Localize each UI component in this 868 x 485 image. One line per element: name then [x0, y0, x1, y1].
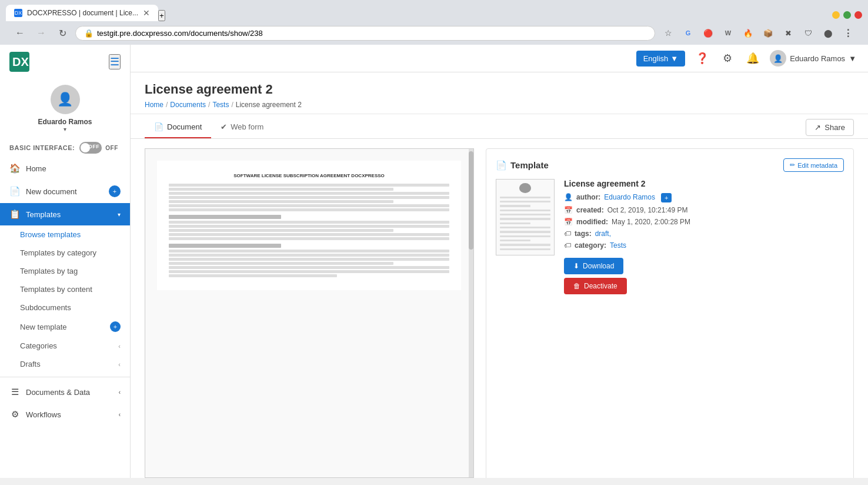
basic-interface-toggle[interactable]: OFF — [79, 142, 102, 154]
browser-chrome: DX DOCXPRESSO | document | Lice... ✕ + ←… — [0, 0, 868, 45]
edit-metadata-button[interactable]: ✏ Edit metadata — [783, 158, 844, 172]
doc-preview-title: SOFTWARE LICENSE SUBSCRIPTION AGREEMENT … — [169, 172, 449, 179]
user-avatar-small: 👤 — [770, 50, 786, 67]
address-input[interactable] — [97, 29, 646, 38]
forward-button[interactable]: → — [33, 25, 49, 41]
ext-w-button[interactable]: W — [720, 25, 736, 41]
ext-x-button[interactable]: ✖ — [780, 25, 796, 41]
ext-shield-button[interactable]: 🛡 — [800, 25, 816, 41]
follow-button[interactable]: + — [661, 193, 672, 202]
ext-g-button[interactable]: G — [680, 25, 696, 41]
doc-line — [169, 188, 393, 191]
sidebar-item-documents-data[interactable]: ☰ Documents & Data ‹ — [0, 381, 130, 403]
sidebar-subitem-new-template[interactable]: New template + — [0, 317, 130, 337]
ext-dot-button[interactable]: ⬤ — [820, 25, 836, 41]
notifications-button[interactable]: 🔔 — [743, 49, 763, 67]
new-document-label: New document — [26, 187, 77, 196]
doc-tabs-bar: 📄 Document ✔ Web form ↗ Share — [131, 117, 868, 139]
document-preview-container: SOFTWARE LICENSE SUBSCRIPTION AGREEMENT … — [145, 148, 474, 478]
toggle-off-label: OFF — [105, 145, 118, 151]
close-window-button[interactable] — [854, 11, 862, 19]
minimize-button[interactable] — [832, 11, 840, 19]
sidebar: DX ☰ 👤 Eduardo Ramos ▾ Basic Interface: … — [0, 45, 131, 478]
language-caret-icon: ▼ — [670, 54, 678, 63]
breadcrumb-tests[interactable]: Tests — [212, 101, 229, 109]
bookmark-button[interactable]: ☆ — [660, 25, 676, 41]
thumb-line — [500, 244, 550, 245]
deactivate-button[interactable]: 🗑 Deactivate — [564, 278, 627, 294]
thumb-line — [500, 240, 530, 241]
category-row: 🏷 category: Tests — [564, 241, 844, 250]
sidebar-item-workflows[interactable]: ⚙ Workflows ‹ — [0, 403, 130, 426]
main-content: License agreement 2 Home / Documents / T… — [131, 72, 868, 478]
home-icon: 🏠 — [9, 163, 20, 174]
created-value: Oct 2, 2019, 10:21:49 PM — [607, 206, 688, 214]
ext-flame-button[interactable]: 🔥 — [740, 25, 756, 41]
category-link[interactable]: Tests — [610, 241, 626, 250]
ext-circle-button[interactable]: 🔴 — [700, 25, 716, 41]
language-label: English — [643, 54, 669, 63]
template-thumbnail — [496, 179, 555, 255]
thumb-line — [500, 214, 550, 215]
new-template-badge[interactable]: + — [110, 321, 121, 332]
document-tab-icon: 📄 — [154, 122, 163, 131]
template-doc-title: License agreement 2 — [564, 179, 844, 188]
breadcrumb-sep-2: / — [208, 101, 210, 109]
page-title: License agreement 2 — [145, 82, 854, 97]
sidebar-subitem-templates-by-tag[interactable]: Templates by tag — [0, 262, 130, 280]
maximize-button[interactable] — [843, 11, 851, 19]
user-menu[interactable]: 👤 Eduardo Ramos ▼ — [770, 50, 856, 67]
tag-draft-link[interactable]: draft, — [595, 230, 611, 238]
modified-row: 📅 modified: May 1, 2020, 2:00:28 PM — [564, 218, 844, 226]
author-row: 👤 author: Eduardo Ramos + — [564, 193, 844, 202]
doc-line — [169, 184, 449, 187]
settings-button[interactable]: ⚙ — [719, 49, 736, 67]
breadcrumb-documents[interactable]: Documents — [170, 101, 206, 109]
new-tab-button[interactable]: + — [158, 10, 165, 21]
close-tab-button[interactable]: ✕ — [143, 8, 150, 18]
trash-icon: 🗑 — [573, 282, 580, 290]
logo: DX — [9, 52, 29, 72]
sidebar-subitem-categories[interactable]: Categories ‹ — [0, 337, 130, 355]
help-button[interactable]: ❓ — [692, 49, 712, 67]
sidebar-item-home[interactable]: 🏠 Home — [0, 157, 130, 180]
share-button[interactable]: ↗ Share — [806, 119, 854, 136]
thumb-person-icon — [519, 183, 531, 193]
user-caret-icon[interactable]: ▾ — [64, 126, 66, 132]
breadcrumb-home[interactable]: Home — [145, 101, 163, 109]
ext-box-button[interactable]: 📦 — [760, 25, 776, 41]
menu-button[interactable]: ⋮ — [840, 25, 856, 41]
breadcrumb-sep-1: / — [166, 101, 168, 109]
doc-line — [169, 250, 449, 253]
page-header: License agreement 2 Home / Documents / T… — [131, 72, 868, 114]
tab-document[interactable]: 📄 Document — [145, 117, 211, 138]
tab-webform[interactable]: ✔ Web form — [211, 117, 273, 138]
scrollbar-thumb[interactable] — [469, 151, 473, 250]
workflows-icon: ⚙ — [9, 409, 20, 420]
new-document-badge[interactable]: + — [109, 185, 121, 197]
sidebar-subitem-browse-templates[interactable]: Browse templates — [0, 225, 130, 244]
sidebar-item-templates[interactable]: 📋 Templates ▾ — [0, 203, 130, 225]
sidebar-item-new-document[interactable]: 📄 New document + — [0, 180, 130, 203]
back-button[interactable]: ← — [12, 25, 28, 41]
thumb-line — [500, 222, 530, 224]
created-label: created: — [576, 206, 604, 214]
preview-scrollbar[interactable] — [469, 149, 473, 477]
thumb-line — [500, 201, 550, 202]
topbar-user-name: Eduardo Ramos — [790, 54, 845, 63]
sidebar-subitem-templates-by-content[interactable]: Templates by content — [0, 280, 130, 298]
user-avatar: 👤 — [51, 85, 80, 114]
created-row: 📅 created: Oct 2, 2019, 10:21:49 PM — [564, 206, 844, 214]
doc-line — [169, 274, 337, 277]
hamburger-icon[interactable]: ☰ — [109, 54, 121, 69]
download-button[interactable]: ⬇ Download — [564, 258, 623, 274]
browser-tab[interactable]: DX DOCXPRESSO | document | Lice... ✕ — [6, 5, 158, 21]
documents-data-label: Documents & Data — [26, 388, 90, 397]
sidebar-subitem-templates-by-category[interactable]: Templates by category — [0, 244, 130, 262]
sidebar-subitem-drafts[interactable]: Drafts ‹ — [0, 355, 130, 373]
author-label: author: — [576, 193, 600, 201]
author-link[interactable]: Eduardo Ramos — [604, 193, 655, 201]
language-button[interactable]: English ▼ — [636, 51, 686, 67]
sidebar-subitem-subdocuments[interactable]: Subdocuments — [0, 298, 130, 317]
reload-button[interactable]: ↻ — [54, 25, 71, 41]
